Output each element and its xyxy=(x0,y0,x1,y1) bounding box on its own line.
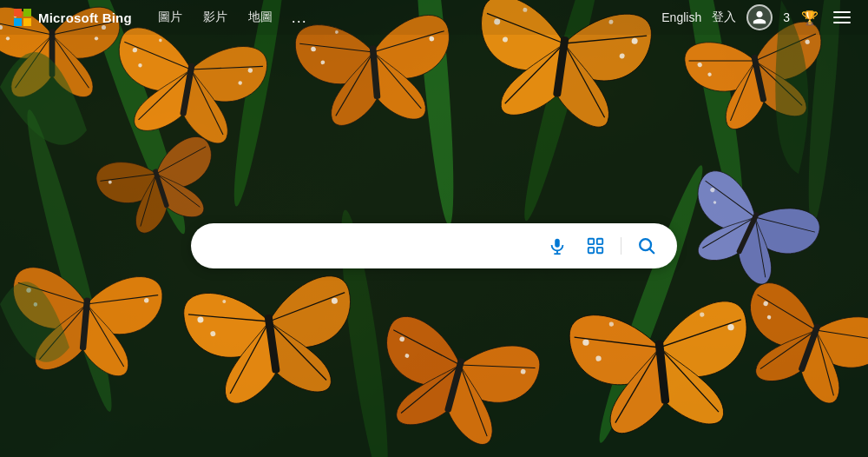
nav-images[interactable]: 圖片 xyxy=(149,6,191,29)
nav-maps[interactable]: 地圖 xyxy=(240,6,281,29)
hamburger-menu-button[interactable] xyxy=(830,5,854,30)
user-icon xyxy=(752,10,767,25)
menu-bar-2 xyxy=(833,17,851,18)
microsoft-logo-icon xyxy=(14,9,31,26)
search-area xyxy=(191,223,677,268)
nav-videos[interactable]: 影片 xyxy=(194,6,236,29)
svg-rect-118 xyxy=(589,248,594,253)
rewards-points[interactable]: 3 xyxy=(783,10,790,24)
search-divider xyxy=(621,237,621,255)
nav-more-button[interactable]: ... xyxy=(285,7,314,29)
rewards-trophy-icon[interactable]: 🏆 xyxy=(800,8,819,27)
search-icon xyxy=(637,236,656,255)
svg-point-14 xyxy=(95,36,98,40)
menu-bar-1 xyxy=(833,11,851,13)
svg-rect-119 xyxy=(597,248,602,253)
nav-links: 圖片 影片 地圖 ... xyxy=(149,6,661,29)
svg-rect-116 xyxy=(589,239,594,244)
navbar: Microsoft Bing 圖片 影片 地圖 ... English 登入 3… xyxy=(0,0,868,35)
search-icons xyxy=(544,233,663,259)
svg-line-121 xyxy=(649,248,654,253)
voice-search-button[interactable] xyxy=(544,233,570,259)
svg-point-11 xyxy=(6,36,10,40)
nav-right: English 登入 3 🏆 xyxy=(661,4,854,30)
visual-search-button[interactable] xyxy=(582,233,608,259)
microphone-icon xyxy=(548,236,567,255)
camera-search-icon xyxy=(586,236,605,255)
signin-button[interactable]: 登入 xyxy=(712,10,736,25)
bing-logo-text: Microsoft Bing xyxy=(38,10,132,25)
search-input[interactable] xyxy=(205,238,544,254)
svg-rect-113 xyxy=(555,239,560,248)
search-box xyxy=(191,223,677,268)
svg-rect-117 xyxy=(597,239,602,244)
search-submit-button[interactable] xyxy=(634,233,660,259)
menu-bar-3 xyxy=(833,22,851,23)
microsoft-bing-logo[interactable]: Microsoft Bing xyxy=(14,9,132,26)
language-selector[interactable]: English xyxy=(661,10,701,24)
user-avatar[interactable] xyxy=(746,4,773,30)
